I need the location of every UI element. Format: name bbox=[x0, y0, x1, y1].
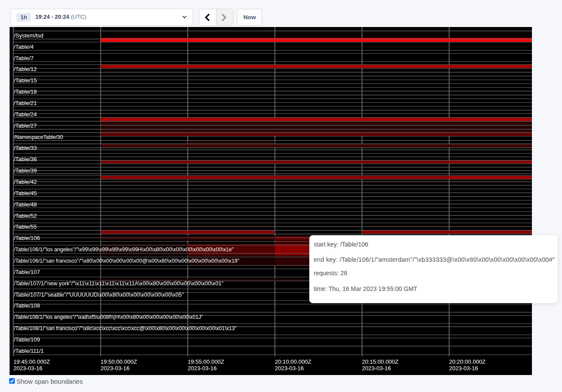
svg-text:/Table/108/1/"los angeles"/"\x: /Table/108/1/"los angeles"/"\xa8\xf5\u00… bbox=[14, 314, 203, 320]
svg-text:/Table/21: /Table/21 bbox=[14, 100, 37, 106]
svg-text:2023-03-16: 2023-03-16 bbox=[101, 365, 130, 372]
svg-text:/Table/4: /Table/4 bbox=[14, 44, 34, 50]
svg-text:/Table/7: /Table/7 bbox=[14, 55, 34, 61]
svg-text:20:20:00.000Z: 20:20:00.000Z bbox=[449, 358, 486, 365]
svg-text:/Table/106/1/"los angeles"/"\x: /Table/106/1/"los angeles"/"\x99\x99\x99… bbox=[14, 246, 234, 253]
svg-text:2023-03-16: 2023-03-16 bbox=[188, 365, 217, 372]
svg-text:/Table/39: /Table/39 bbox=[14, 167, 37, 174]
svg-text:/Table/12: /Table/12 bbox=[14, 66, 37, 72]
svg-text:20:15:00.000Z: 20:15:00.000Z bbox=[362, 358, 399, 365]
svg-text:/Table/107/1/"seattle"/"UUUUUU: /Table/107/1/"seattle"/"UUUUUUD\x00\x80\… bbox=[14, 291, 184, 298]
svg-text:2023-03-16: 2023-03-16 bbox=[449, 365, 478, 372]
svg-text:/Table/52: /Table/52 bbox=[14, 213, 37, 219]
svg-text:/Table/55: /Table/55 bbox=[14, 223, 37, 230]
svg-text:/Table/111/1: /Table/111/1 bbox=[14, 348, 44, 354]
svg-text:/Table/36: /Table/36 bbox=[14, 156, 37, 162]
svg-text:20:10:00.000Z: 20:10:00.000Z bbox=[275, 358, 311, 365]
svg-text:/Table/48: /Table/48 bbox=[14, 201, 37, 208]
svg-text:2023-03-16: 2023-03-16 bbox=[14, 365, 43, 372]
svg-text:/Table/15: /Table/15 bbox=[14, 77, 37, 84]
svg-text:/Table/107: /Table/107 bbox=[14, 269, 40, 275]
svg-text:/Table/107/1/"new york"/"\x11\: /Table/107/1/"new york"/"\x11\x11\x11\x1… bbox=[14, 280, 223, 287]
svg-text:/System/tsd: /System/tsd bbox=[14, 32, 44, 39]
svg-text:/NamespaceTable/30: /NamespaceTable/30 bbox=[14, 134, 63, 140]
svg-text:/Table/33: /Table/33 bbox=[14, 145, 37, 151]
svg-text:19:55:00.000Z: 19:55:00.000Z bbox=[188, 358, 224, 365]
svg-text:/Table/18: /Table/18 bbox=[14, 88, 37, 95]
svg-text:/Table/108: /Table/108 bbox=[14, 302, 40, 309]
svg-text:/Table/45: /Table/45 bbox=[14, 190, 37, 196]
svg-text:/Table/109: /Table/109 bbox=[14, 336, 40, 343]
svg-text:/Table/106: /Table/106 bbox=[14, 235, 40, 241]
svg-text:/Table/108/1/"san francisco"/": /Table/108/1/"san francisco"/"\x8c\xcc\x… bbox=[14, 325, 237, 331]
svg-text:19:45:00.000Z: 19:45:00.000Z bbox=[14, 358, 50, 365]
svg-text:19:50:00.000Z: 19:50:00.000Z bbox=[101, 358, 137, 365]
svg-text:/Table/27: /Table/27 bbox=[14, 122, 37, 129]
svg-text:/Table/42: /Table/42 bbox=[14, 179, 37, 185]
svg-text:2023-03-16: 2023-03-16 bbox=[275, 365, 304, 372]
svg-text:/Table/106/1/"san francisco"/": /Table/106/1/"san francisco"/"\x80\x00\x… bbox=[14, 257, 240, 264]
svg-text:/Table/24: /Table/24 bbox=[14, 111, 37, 118]
svg-text:2023-03-16: 2023-03-16 bbox=[362, 365, 391, 372]
